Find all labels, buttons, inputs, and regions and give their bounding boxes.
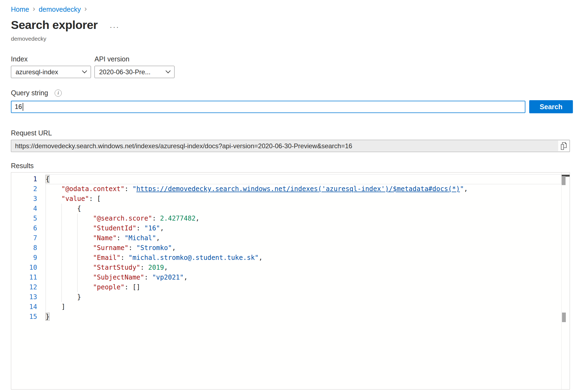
breadcrumb-service-link[interactable]: demovedecky bbox=[39, 5, 81, 13]
query-string-input[interactable] bbox=[11, 101, 525, 113]
page-subtitle: demovedecky bbox=[11, 35, 574, 42]
selects-row: azuresql-index 2020-06-30-Pre... bbox=[11, 66, 574, 78]
code-line[interactable]: 5 "@search.score": 2.4277482, bbox=[11, 213, 570, 223]
code-line-text: } bbox=[46, 312, 49, 322]
scrollbar-thumb[interactable] bbox=[562, 176, 566, 185]
select-labels-row: Index API version bbox=[11, 55, 574, 63]
code-line-text: "Surname": "Stromko", bbox=[46, 243, 176, 253]
line-number[interactable]: 4 bbox=[11, 204, 46, 213]
breadcrumb: Home › demovedecky › bbox=[11, 5, 574, 14]
line-number[interactable]: 5 bbox=[11, 213, 46, 223]
query-input-wrap bbox=[11, 101, 525, 113]
line-number[interactable]: 12 bbox=[11, 282, 46, 292]
code-line[interactable]: 10 "StartStudy": 2019, bbox=[11, 263, 570, 272]
search-button[interactable]: Search bbox=[529, 100, 573, 113]
code-line[interactable]: 13 } bbox=[11, 292, 570, 302]
info-icon[interactable]: i bbox=[55, 90, 62, 97]
odata-context-link[interactable]: https://demovedecky.search.windows.net/i… bbox=[136, 185, 460, 193]
code-line-text: ] bbox=[46, 302, 65, 312]
request-url-value: https://demovedecky.search.windows.net/i… bbox=[11, 142, 558, 150]
api-version-select[interactable]: 2020-06-30-Pre... bbox=[94, 66, 174, 78]
code-line[interactable]: 15} bbox=[11, 312, 570, 322]
code-line-text: "@search.score": 2.4277482, bbox=[46, 213, 200, 223]
copy-icon bbox=[560, 142, 567, 150]
code-line[interactable]: 1{ bbox=[11, 174, 570, 184]
api-version-label: API version bbox=[94, 55, 129, 63]
code-line-text: "value": [ bbox=[46, 194, 101, 204]
query-row: Search bbox=[11, 100, 574, 113]
request-url-label: Request URL bbox=[11, 129, 574, 137]
code-line-text: "StudentId": "16", bbox=[46, 223, 164, 233]
code-line[interactable]: 3 "value": [ bbox=[11, 194, 570, 204]
line-number[interactable]: 7 bbox=[11, 233, 46, 243]
results-label: Results bbox=[11, 162, 574, 170]
request-url-box: https://demovedecky.search.windows.net/i… bbox=[11, 140, 570, 152]
code-line-text: "SubjectName": "vp2021", bbox=[46, 272, 188, 282]
code-line[interactable]: 12 "people": [] bbox=[11, 282, 570, 292]
line-number[interactable]: 1 bbox=[11, 174, 46, 184]
line-number[interactable]: 3 bbox=[11, 194, 46, 204]
breadcrumb-separator: › bbox=[84, 5, 87, 13]
code-line[interactable]: 9 "Email": "michal.stromko@.student.tuke… bbox=[11, 253, 570, 263]
editor-scrollbar[interactable] bbox=[561, 173, 570, 389]
breadcrumb-separator: › bbox=[33, 5, 35, 13]
more-menu-button[interactable]: ··· bbox=[110, 20, 120, 30]
title-row: Search explorer ··· bbox=[11, 18, 574, 32]
api-version-select-value: 2020-06-30-Pre... bbox=[99, 68, 166, 76]
chevron-down-icon bbox=[165, 68, 170, 73]
line-number[interactable]: 10 bbox=[11, 263, 46, 272]
overview-ruler-bracket-mark bbox=[562, 313, 566, 322]
line-number[interactable]: 8 bbox=[11, 243, 46, 253]
chevron-down-icon bbox=[82, 68, 87, 73]
code-line-text: { bbox=[46, 204, 81, 213]
code-line-text: "Name": "Michal", bbox=[46, 233, 160, 243]
index-select[interactable]: azuresql-index bbox=[11, 66, 91, 78]
code-line[interactable]: 14 ] bbox=[11, 302, 570, 312]
code-line[interactable]: 6 "StudentId": "16", bbox=[11, 223, 570, 233]
breadcrumb-home-link[interactable]: Home bbox=[11, 5, 29, 13]
query-label-row: Query string i bbox=[11, 89, 574, 97]
page-title: Search explorer bbox=[11, 18, 98, 32]
copy-button[interactable] bbox=[558, 141, 569, 151]
code-line[interactable]: 8 "Surname": "Stromko", bbox=[11, 243, 570, 253]
results-json-editor[interactable]: 1{2 "@odata.context": "https://demovedec… bbox=[11, 172, 570, 390]
index-label: Index bbox=[11, 55, 94, 63]
code-line-text: "people": [] bbox=[46, 282, 140, 292]
code-line-text: } bbox=[46, 292, 81, 302]
code-line-text: "StartStudy": 2019, bbox=[46, 263, 168, 272]
code-line-text: "Email": "michal.stromko@.student.tuke.s… bbox=[46, 253, 263, 263]
line-number[interactable]: 15 bbox=[11, 312, 46, 322]
line-number[interactable]: 13 bbox=[11, 292, 46, 302]
editor-lines: 1{2 "@odata.context": "https://demovedec… bbox=[11, 173, 570, 389]
text-cursor bbox=[23, 103, 23, 111]
line-number[interactable]: 6 bbox=[11, 223, 46, 233]
line-number[interactable]: 11 bbox=[11, 272, 46, 282]
code-line-text: { bbox=[46, 174, 49, 184]
index-select-value: azuresql-index bbox=[16, 68, 83, 76]
query-string-label: Query string bbox=[11, 89, 48, 97]
code-line[interactable]: 7 "Name": "Michal", bbox=[11, 233, 570, 243]
line-number[interactable]: 2 bbox=[11, 184, 46, 194]
search-explorer-page: Home › demovedecky › Search explorer ···… bbox=[0, 0, 574, 390]
code-line[interactable]: 4 { bbox=[11, 204, 570, 213]
code-line[interactable]: 2 "@odata.context": "https://demovedecky… bbox=[11, 184, 570, 194]
code-line[interactable]: 11 "SubjectName": "vp2021", bbox=[11, 272, 570, 282]
line-number[interactable]: 14 bbox=[11, 302, 46, 312]
line-number[interactable]: 9 bbox=[11, 253, 46, 263]
code-line-text: "@odata.context": "https://demovedecky.s… bbox=[46, 184, 468, 194]
